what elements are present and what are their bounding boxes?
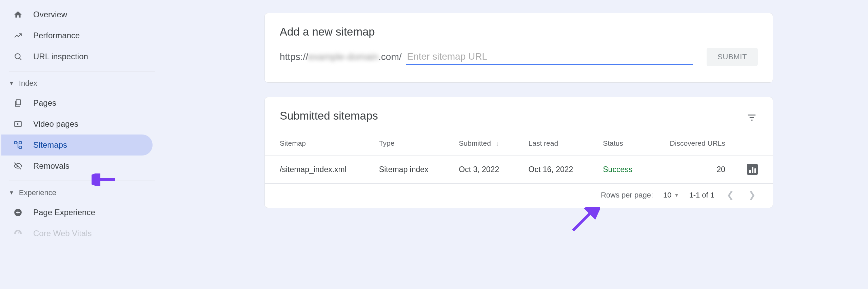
svg-marker-4 — [17, 123, 19, 125]
rows-per-page-dropdown[interactable]: 10 ▼ — [663, 191, 679, 200]
section-header-label: Index — [19, 79, 37, 88]
cell-last-read: Oct 16, 2022 — [514, 156, 588, 184]
cell-status: Success — [588, 156, 645, 184]
cell-submitted: Oct 3, 2022 — [444, 156, 513, 184]
sidebar-item-label: Overview — [33, 10, 67, 19]
section-header-index[interactable]: ▼ Index — [1, 74, 163, 92]
add-sitemap-row: https://example-domain.com/ SUBMIT — [265, 48, 773, 82]
cell-sitemap: /sitemap_index.xml — [265, 156, 364, 184]
col-actions — [732, 131, 773, 156]
cell-discovered: 20 — [646, 156, 732, 184]
sitemaps-table: Sitemap Type Submitted ↓ Last read Statu… — [265, 131, 773, 184]
search-icon — [13, 51, 23, 62]
add-sitemap-card: Add a new sitemap https://example-domain… — [264, 13, 773, 83]
sidebar-item-label: Removals — [33, 161, 70, 171]
filter-icon[interactable] — [746, 111, 758, 124]
col-discovered[interactable]: Discovered URLs — [646, 131, 732, 156]
prev-page-button[interactable]: ❮ — [725, 190, 736, 200]
sidebar-item-label: Performance — [33, 31, 80, 40]
col-last-read[interactable]: Last read — [514, 131, 588, 156]
sidebar-item-pages[interactable]: Pages — [1, 92, 153, 113]
video-icon — [13, 119, 23, 129]
chevron-down-icon: ▼ — [9, 190, 14, 196]
sitemap-tree-icon — [13, 140, 23, 150]
submitted-sitemaps-title: Submitted sitemaps — [280, 107, 378, 128]
speed-icon — [13, 228, 23, 239]
sidebar-item-label: Core Web Vitals — [33, 229, 92, 238]
section-header-experience[interactable]: ▼ Experience — [1, 184, 163, 202]
sidebar-item-url-inspection[interactable]: URL inspection — [1, 46, 153, 67]
svg-rect-5 — [15, 142, 17, 144]
svg-line-9 — [18, 232, 19, 233]
col-sitemap[interactable]: Sitemap — [265, 131, 364, 156]
sidebar-item-sitemaps[interactable]: Sitemaps — [1, 135, 153, 156]
svg-point-0 — [15, 54, 20, 59]
chevron-down-icon: ▼ — [674, 192, 679, 198]
sort-desc-icon: ↓ — [496, 140, 499, 147]
col-type[interactable]: Type — [364, 131, 444, 156]
svg-rect-2 — [16, 100, 21, 105]
sidebar-item-label: Sitemaps — [33, 140, 67, 150]
pages-icon — [13, 98, 23, 108]
svg-rect-6 — [19, 142, 21, 144]
trending-up-icon — [13, 30, 23, 41]
bar-chart-icon[interactable] — [747, 164, 758, 175]
sidebar-item-core-web-vitals[interactable]: Core Web Vitals — [1, 223, 153, 244]
section-header-label: Experience — [19, 188, 56, 197]
sidebar-item-performance[interactable]: Performance — [1, 25, 153, 46]
visibility-off-icon — [13, 161, 23, 171]
sidebar-item-video-pages[interactable]: Video pages — [1, 113, 153, 135]
sidebar-item-overview[interactable]: Overview — [1, 4, 153, 25]
col-submitted[interactable]: Submitted ↓ — [444, 131, 513, 156]
svg-line-1 — [20, 58, 21, 60]
sidebar-item-label: Page Experience — [33, 208, 95, 217]
add-sitemap-title: Add a new sitemap — [265, 13, 773, 48]
main-content: Add a new sitemap https://example-domain… — [163, 0, 868, 289]
sidebar-item-label: Pages — [33, 98, 56, 108]
sidebar-item-page-experience[interactable]: Page Experience — [1, 202, 153, 223]
sitemap-url-input[interactable] — [406, 49, 693, 65]
chevron-down-icon: ▼ — [9, 80, 14, 86]
circle-plus-icon — [13, 207, 23, 218]
divider — [9, 71, 155, 71]
base-url-label: https://example-domain.com/ — [280, 51, 402, 62]
sidebar-item-label: URL inspection — [33, 52, 88, 61]
submit-button[interactable]: SUBMIT — [707, 48, 758, 66]
sidebar: Overview Performance URL inspection ▼ In… — [0, 0, 163, 289]
submitted-sitemaps-card: Submitted sitemaps Sitemap Type Submitte… — [264, 97, 773, 208]
page-range: 1-1 of 1 — [689, 191, 714, 200]
col-status[interactable]: Status — [588, 131, 645, 156]
next-page-button[interactable]: ❯ — [746, 190, 758, 200]
sidebar-item-label: Video pages — [33, 119, 78, 129]
svg-rect-7 — [19, 146, 21, 148]
table-row[interactable]: /sitemap_index.xml Sitemap index Oct 3, … — [265, 156, 773, 184]
table-pager: Rows per page: 10 ▼ 1-1 of 1 ❮ ❯ — [265, 184, 773, 208]
cell-type: Sitemap index — [364, 156, 444, 184]
sidebar-item-removals[interactable]: Removals — [1, 156, 153, 177]
rows-per-page-label: Rows per page: — [601, 191, 653, 200]
home-icon — [13, 9, 23, 20]
divider — [9, 181, 155, 181]
